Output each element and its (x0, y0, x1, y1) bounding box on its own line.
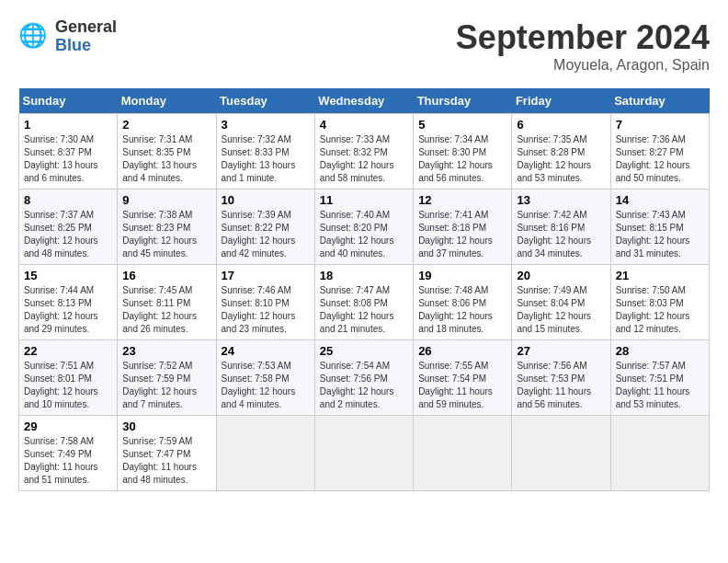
calendar-day: 30Sunrise: 7:59 AM Sunset: 7:47 PM Dayli… (118, 416, 216, 491)
day-number: 11 (320, 193, 408, 207)
day-number: 27 (517, 344, 605, 358)
day-number: 15 (24, 269, 112, 282)
day-info: Sunrise: 7:55 AM Sunset: 7:54 PM Dayligh… (418, 360, 506, 411)
header-sunday: Sunday (19, 88, 118, 114)
day-number: 3 (222, 118, 310, 132)
calendar-day (216, 416, 314, 491)
calendar-day: 14Sunrise: 7:43 AM Sunset: 8:15 PM Dayli… (610, 190, 709, 265)
calendar-day: 15Sunrise: 7:44 AM Sunset: 8:13 PM Dayli… (19, 265, 118, 340)
calendar-day: 4Sunrise: 7:33 AM Sunset: 8:32 PM Daylig… (314, 114, 413, 190)
header-monday: Monday (118, 88, 216, 114)
calendar-day: 22Sunrise: 7:51 AM Sunset: 8:01 PM Dayli… (19, 340, 118, 416)
calendar-week-1: 8Sunrise: 7:37 AM Sunset: 8:25 PM Daylig… (19, 190, 710, 265)
calendar-day: 19Sunrise: 7:48 AM Sunset: 8:06 PM Dayli… (414, 265, 512, 340)
calendar-day: 5Sunrise: 7:34 AM Sunset: 8:30 PM Daylig… (414, 114, 512, 190)
day-number: 30 (122, 419, 210, 433)
day-info: Sunrise: 7:41 AM Sunset: 8:18 PM Dayligh… (418, 209, 506, 260)
day-info: Sunrise: 7:34 AM Sunset: 8:30 PM Dayligh… (418, 133, 506, 185)
day-number: 28 (616, 344, 704, 358)
day-info: Sunrise: 7:39 AM Sunset: 8:22 PM Dayligh… (222, 209, 310, 260)
day-info: Sunrise: 7:44 AM Sunset: 8:13 PM Dayligh… (24, 284, 112, 336)
logo-text: General Blue (55, 18, 117, 55)
calendar-day: 13Sunrise: 7:42 AM Sunset: 8:16 PM Dayli… (512, 190, 610, 265)
day-number: 9 (122, 193, 210, 207)
day-number: 10 (222, 193, 310, 207)
day-info: Sunrise: 7:37 AM Sunset: 8:25 PM Dayligh… (24, 209, 112, 260)
day-number: 1 (24, 118, 112, 132)
day-info: Sunrise: 7:33 AM Sunset: 8:32 PM Dayligh… (320, 133, 408, 185)
calendar-day: 12Sunrise: 7:41 AM Sunset: 8:18 PM Dayli… (414, 190, 512, 265)
location: Moyuela, Aragon, Spain (456, 57, 710, 74)
calendar-day: 29Sunrise: 7:58 AM Sunset: 7:49 PM Dayli… (19, 416, 118, 491)
day-info: Sunrise: 7:52 AM Sunset: 7:59 PM Dayligh… (122, 360, 210, 411)
calendar-day: 26Sunrise: 7:55 AM Sunset: 7:54 PM Dayli… (414, 340, 512, 416)
day-info: Sunrise: 7:43 AM Sunset: 8:15 PM Dayligh… (616, 209, 704, 260)
calendar-day: 8Sunrise: 7:37 AM Sunset: 8:25 PM Daylig… (19, 190, 118, 265)
day-number: 8 (24, 193, 112, 207)
day-info: Sunrise: 7:40 AM Sunset: 8:20 PM Dayligh… (320, 209, 408, 260)
calendar-day: 20Sunrise: 7:49 AM Sunset: 8:04 PM Dayli… (512, 265, 610, 340)
calendar-day: 16Sunrise: 7:45 AM Sunset: 8:11 PM Dayli… (118, 265, 216, 340)
day-info: Sunrise: 7:36 AM Sunset: 8:27 PM Dayligh… (616, 133, 704, 185)
calendar-week-0: 1Sunrise: 7:30 AM Sunset: 8:37 PM Daylig… (19, 114, 710, 190)
calendar-day: 9Sunrise: 7:38 AM Sunset: 8:23 PM Daylig… (118, 190, 216, 265)
day-number: 26 (418, 344, 506, 358)
month-title: September 2024 (456, 18, 710, 57)
day-info: Sunrise: 7:54 AM Sunset: 7:56 PM Dayligh… (320, 360, 408, 411)
calendar-day (414, 416, 512, 491)
calendar-day: 28Sunrise: 7:57 AM Sunset: 7:51 PM Dayli… (610, 340, 709, 416)
day-number: 22 (24, 344, 112, 358)
day-info: Sunrise: 7:56 AM Sunset: 7:53 PM Dayligh… (517, 360, 605, 411)
day-info: Sunrise: 7:49 AM Sunset: 8:04 PM Dayligh… (517, 284, 605, 336)
calendar-day: 11Sunrise: 7:40 AM Sunset: 8:20 PM Dayli… (314, 190, 413, 265)
calendar-day: 25Sunrise: 7:54 AM Sunset: 7:56 PM Dayli… (314, 340, 413, 416)
day-info: Sunrise: 7:35 AM Sunset: 8:28 PM Dayligh… (517, 133, 605, 185)
day-info: Sunrise: 7:31 AM Sunset: 8:35 PM Dayligh… (122, 133, 210, 185)
day-number: 5 (418, 118, 506, 132)
calendar-header-row: SundayMondayTuesdayWednesdayThursdayFrid… (19, 88, 710, 114)
svg-text:🌐: 🌐 (18, 21, 48, 50)
title-block: September 2024 Moyuela, Aragon, Spain (456, 18, 710, 74)
page-header: 🌐 General Blue September 2024 Moyuela, A… (18, 18, 710, 74)
day-number: 21 (616, 269, 704, 282)
calendar-day: 27Sunrise: 7:56 AM Sunset: 7:53 PM Dayli… (512, 340, 610, 416)
day-info: Sunrise: 7:30 AM Sunset: 8:37 PM Dayligh… (24, 133, 112, 185)
calendar-day (314, 416, 413, 491)
day-number: 25 (320, 344, 408, 358)
day-info: Sunrise: 7:59 AM Sunset: 7:47 PM Dayligh… (122, 435, 210, 487)
day-info: Sunrise: 7:48 AM Sunset: 8:06 PM Dayligh… (418, 284, 506, 336)
calendar-day: 1Sunrise: 7:30 AM Sunset: 8:37 PM Daylig… (19, 114, 118, 190)
day-info: Sunrise: 7:58 AM Sunset: 7:49 PM Dayligh… (24, 435, 112, 487)
day-info: Sunrise: 7:42 AM Sunset: 8:16 PM Dayligh… (517, 209, 605, 260)
day-number: 17 (222, 269, 310, 282)
header-saturday: Saturday (610, 88, 709, 114)
header-thursday: Thursday (414, 88, 512, 114)
day-number: 2 (122, 118, 210, 132)
day-info: Sunrise: 7:47 AM Sunset: 8:08 PM Dayligh… (320, 284, 408, 336)
day-number: 12 (418, 193, 506, 207)
calendar-day: 23Sunrise: 7:52 AM Sunset: 7:59 PM Dayli… (118, 340, 216, 416)
logo: 🌐 General Blue (18, 18, 117, 55)
header-wednesday: Wednesday (314, 88, 413, 114)
header-friday: Friday (512, 88, 610, 114)
day-number: 13 (517, 193, 605, 207)
day-info: Sunrise: 7:38 AM Sunset: 8:23 PM Dayligh… (122, 209, 210, 260)
day-info: Sunrise: 7:53 AM Sunset: 7:58 PM Dayligh… (222, 360, 310, 411)
calendar-day: 6Sunrise: 7:35 AM Sunset: 8:28 PM Daylig… (512, 114, 610, 190)
calendar-week-4: 29Sunrise: 7:58 AM Sunset: 7:49 PM Dayli… (19, 416, 710, 491)
calendar-day: 17Sunrise: 7:46 AM Sunset: 8:10 PM Dayli… (216, 265, 314, 340)
calendar-day: 2Sunrise: 7:31 AM Sunset: 8:35 PM Daylig… (118, 114, 216, 190)
day-info: Sunrise: 7:32 AM Sunset: 8:33 PM Dayligh… (222, 133, 310, 185)
day-info: Sunrise: 7:50 AM Sunset: 8:03 PM Dayligh… (616, 284, 704, 336)
logo-icon: 🌐 (18, 20, 51, 53)
calendar-week-2: 15Sunrise: 7:44 AM Sunset: 8:13 PM Dayli… (19, 265, 710, 340)
day-number: 7 (616, 118, 704, 132)
day-number: 14 (616, 193, 704, 207)
day-info: Sunrise: 7:57 AM Sunset: 7:51 PM Dayligh… (616, 360, 704, 411)
day-info: Sunrise: 7:46 AM Sunset: 8:10 PM Dayligh… (222, 284, 310, 336)
day-number: 20 (517, 269, 605, 282)
day-info: Sunrise: 7:45 AM Sunset: 8:11 PM Dayligh… (122, 284, 210, 336)
calendar-day (610, 416, 709, 491)
day-number: 19 (418, 269, 506, 282)
calendar-day: 24Sunrise: 7:53 AM Sunset: 7:58 PM Dayli… (216, 340, 314, 416)
